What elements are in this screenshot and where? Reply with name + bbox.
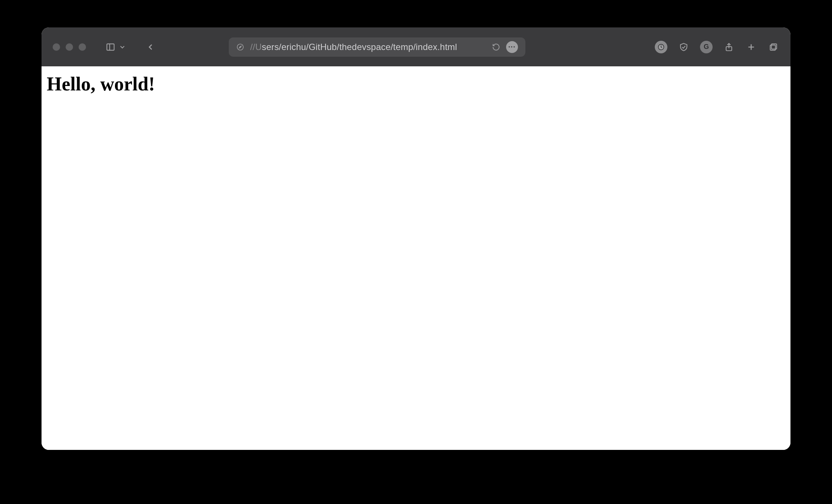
chevron-down-icon[interactable] xyxy=(119,41,126,53)
window-controls xyxy=(53,43,86,51)
window-maximize-button[interactable] xyxy=(79,43,86,51)
back-button[interactable] xyxy=(145,41,156,53)
grammarly-icon[interactable]: G xyxy=(700,41,713,53)
toolbar-right-icons: G xyxy=(655,41,779,53)
address-bar[interactable]: //Users/erichu/GitHub/thedevspace/temp/i… xyxy=(229,37,525,57)
svg-rect-9 xyxy=(770,45,775,50)
browser-toolbar: //Users/erichu/GitHub/thedevspace/temp/i… xyxy=(42,27,790,66)
reload-icon[interactable] xyxy=(492,43,500,51)
page-actions-icon[interactable]: ··· xyxy=(506,41,518,53)
window-minimize-button[interactable] xyxy=(66,43,73,51)
compass-icon xyxy=(236,43,244,51)
page-content: Hello, world! xyxy=(42,66,790,450)
svg-rect-8 xyxy=(772,44,777,49)
page-heading: Hello, world! xyxy=(47,73,785,95)
address-url: //Users/erichu/GitHub/thedevspace/temp/i… xyxy=(250,42,457,52)
extension-icon[interactable] xyxy=(655,41,667,53)
sidebar-toggle-icon[interactable] xyxy=(105,41,116,53)
browser-window: //Users/erichu/GitHub/thedevspace/temp/i… xyxy=(42,27,790,450)
share-icon[interactable] xyxy=(723,41,735,53)
window-close-button[interactable] xyxy=(53,43,60,51)
shield-icon[interactable] xyxy=(678,41,690,53)
tabs-overview-icon[interactable] xyxy=(767,41,779,53)
new-tab-icon[interactable] xyxy=(745,41,757,53)
svg-marker-3 xyxy=(239,46,241,48)
svg-rect-0 xyxy=(107,44,114,50)
